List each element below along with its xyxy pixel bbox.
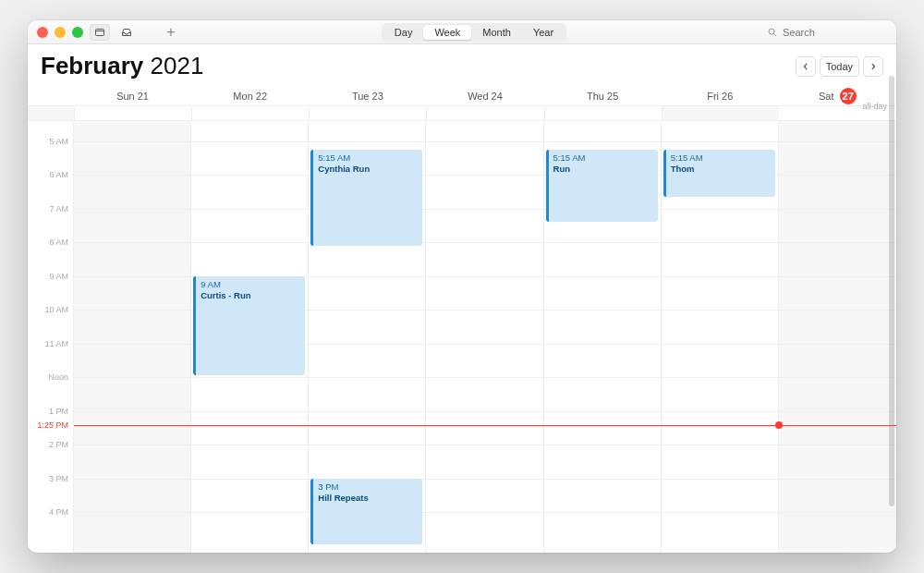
day-column[interactable]: 9 AMCurtis - Run (191, 121, 309, 553)
titlebar: + DayWeekMonthYear (28, 20, 896, 44)
day-column[interactable] (779, 121, 896, 553)
view-month-button[interactable]: Month (471, 25, 522, 40)
event-title: Curtis - Run (201, 290, 300, 301)
day-column[interactable]: 5:15 AMThom (662, 121, 779, 553)
hour-label: 1 PM (49, 407, 68, 416)
view-segmented-control: DayWeekMonthYear (382, 23, 566, 42)
hour-label: 10 AM (44, 305, 68, 314)
allday-row: all-day (28, 106, 896, 121)
day-header: Tue 23 (309, 91, 426, 102)
svg-line-3 (773, 33, 776, 36)
calendar-event[interactable]: 5:15 AMThom (663, 150, 775, 197)
calendar-event[interactable]: 3 PMHill Repeats (310, 479, 422, 544)
calendar-event[interactable]: 9 AMCurtis - Run (193, 276, 305, 376)
current-time-label: 1:25 PM (35, 421, 68, 430)
hour-label: 5 AM (49, 137, 68, 146)
event-title: Cynthia Run (318, 164, 418, 175)
allday-cell[interactable] (191, 106, 309, 120)
day-header: Sun 21 (74, 91, 191, 102)
calendars-sidebar-icon[interactable] (90, 24, 110, 41)
view-day-button[interactable]: Day (383, 25, 424, 40)
day-column[interactable]: 5:15 AMCynthia Run3 PMHill Repeats (309, 121, 426, 553)
allday-cell[interactable] (426, 106, 543, 120)
zoom-window-button[interactable] (72, 27, 83, 38)
allday-cell[interactable] (309, 106, 426, 120)
search-field[interactable] (767, 27, 887, 38)
hour-label: Noon (48, 372, 68, 382)
event-time: 9 AM (201, 279, 300, 290)
hour-label: 8 AM (49, 238, 68, 247)
event-title: Run (553, 164, 653, 175)
chevron-right-icon (869, 63, 877, 70)
hour-label: 9 AM (49, 272, 68, 281)
hour-label: 6 AM (49, 170, 68, 179)
chevron-left-icon (802, 63, 809, 70)
hour-label: 11 AM (44, 339, 68, 348)
inbox-icon[interactable] (116, 24, 137, 41)
allday-cell[interactable] (662, 106, 779, 120)
day-header: Mon 22 (191, 91, 309, 102)
calendar-event[interactable]: 5:15 AMCynthia Run (310, 150, 422, 246)
event-time: 3 PM (318, 482, 418, 493)
month-year-title: February 2021 (41, 52, 203, 80)
svg-point-2 (769, 29, 774, 34)
next-week-button[interactable] (863, 56, 883, 77)
event-title: Hill Repeats (318, 493, 418, 504)
allday-label: all-day (862, 99, 892, 114)
day-column[interactable]: 5:15 AMRun (544, 121, 662, 553)
prev-week-button[interactable] (796, 56, 816, 77)
event-time: 5:15 AM (553, 152, 653, 164)
month-header: February 2021 Today (28, 44, 896, 86)
today-button[interactable]: Today (820, 56, 859, 77)
time-gutter: 5 AM6 AM7 AM8 AM9 AM10 AM11 AMNoon1 PM2 … (28, 121, 74, 553)
day-column[interactable] (74, 121, 191, 553)
calendar-event[interactable]: 5:15 AMRun (546, 150, 658, 222)
day-header: Fri 26 (662, 91, 779, 102)
allday-cell[interactable] (544, 106, 662, 120)
search-icon (767, 27, 778, 38)
view-week-button[interactable]: Week (423, 25, 471, 40)
hour-label: 2 PM (49, 440, 68, 449)
hour-label: 7 AM (49, 204, 68, 213)
svg-rect-0 (96, 29, 104, 35)
close-window-button[interactable] (37, 27, 48, 38)
allday-cell[interactable] (74, 106, 191, 120)
week-grid[interactable]: 5 AM6 AM7 AM8 AM9 AM10 AM11 AMNoon1 PM2 … (28, 121, 896, 553)
event-time: 5:15 AM (318, 152, 418, 164)
allday-cell[interactable] (28, 106, 74, 120)
add-event-icon[interactable]: + (161, 24, 181, 41)
day-header-row: Sun 21Mon 22Tue 23Wed 24Thu 25Fri 26Sat … (28, 86, 896, 106)
hour-label: 3 PM (49, 474, 68, 483)
day-header: Thu 25 (544, 91, 662, 102)
window-controls (37, 27, 83, 38)
minimize-window-button[interactable] (55, 27, 66, 38)
day-header: Wed 24 (426, 91, 543, 102)
event-title: Thom (671, 164, 771, 175)
calendar-window: + DayWeekMonthYear February 2021 Today S… (28, 20, 896, 553)
search-input[interactable] (783, 27, 857, 38)
day-column[interactable] (426, 121, 543, 553)
event-time: 5:15 AM (671, 152, 771, 164)
view-year-button[interactable]: Year (522, 25, 565, 40)
hour-label: 4 PM (49, 507, 68, 517)
week-nav: Today (796, 56, 883, 77)
today-date-badge: 27 (840, 88, 857, 104)
